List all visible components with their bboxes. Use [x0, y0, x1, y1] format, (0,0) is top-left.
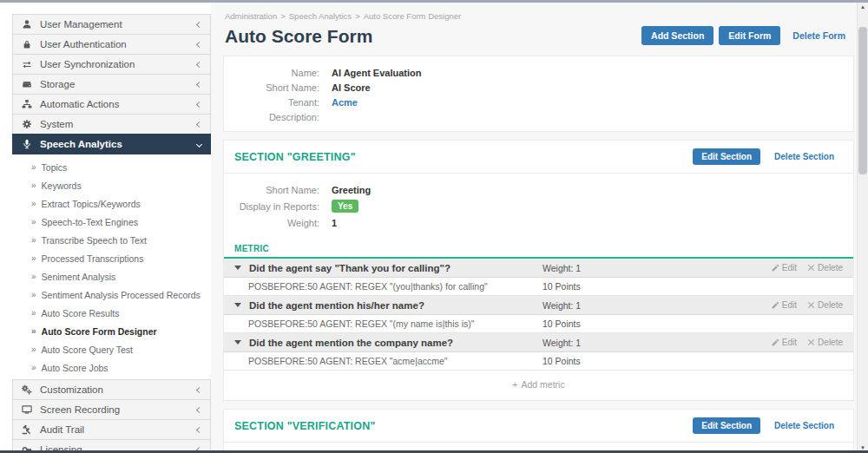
subitem-label: Seniment Analysis [42, 272, 116, 282]
sidebar-subitem-sentiment-analysis-processed-records[interactable]: »Sentiment Analysis Processed Records [12, 286, 211, 304]
metric-rule: POSBEFORE:50 AGENT: REGEX "(you|thanks) … [248, 281, 542, 292]
sidebar-item-user-management[interactable]: User Management [12, 14, 211, 35]
sidebar-subitem-transcribe-speech-to-text[interactable]: »Transcribe Speech to Text [12, 231, 211, 249]
double-angle-icon: » [31, 308, 36, 318]
sidebar-item-automatic-actions[interactable]: Automatic Actions [12, 94, 211, 115]
subitem-label: Auto Score Jobs [42, 363, 108, 373]
sidebar-subitem-extract-topics-keywords[interactable]: »Extract Topics/Keywords [12, 194, 211, 213]
gears-icon [22, 384, 34, 395]
edit-metric-button[interactable]: Edit [772, 263, 797, 272]
weight-label: Weight: [224, 218, 319, 228]
metric-row-header[interactable]: Did the agent mention the company name? … [224, 333, 853, 352]
sidebar-subitem-auto-score-jobs[interactable]: »Auto Score Jobs [12, 358, 211, 377]
x-icon [807, 301, 815, 309]
breadcrumb-separator: > [280, 11, 286, 21]
display-in-reports-label: Display in Reports: [224, 201, 319, 212]
subitem-label: Speech-to-Text Engines [42, 217, 138, 227]
delete-metric-button[interactable]: Delete [807, 263, 843, 272]
delete-metric-button[interactable]: Delete [807, 300, 843, 310]
gear-icon [22, 119, 34, 129]
sidebar-subitem-speech-to-text-engines[interactable]: »Speech-to-Text Engines [12, 213, 211, 231]
status-badge: Yes [332, 200, 358, 213]
delete-form-button[interactable]: Delete Form [786, 26, 852, 45]
sidebar-subitem-auto-score-results[interactable]: »Auto Score Results [12, 304, 211, 322]
sidebar-subitem-seniment-analysis[interactable]: »Seniment Analysis [12, 267, 211, 286]
sync-arrows-icon [22, 59, 34, 69]
double-angle-icon: » [31, 235, 36, 245]
sidebar-item-label: Screen Recording [40, 404, 197, 415]
subitem-label: Keywords [42, 181, 82, 191]
sidebar-item-screen-recording[interactable]: Screen Recording [12, 399, 211, 420]
subitem-label: Extract Topics/Keywords [42, 199, 141, 209]
chevron-left-icon [196, 61, 202, 67]
caret-down-icon [234, 303, 241, 307]
scrollbar-thumb[interactable] [858, 27, 867, 174]
sidebar-item-label: System [40, 119, 197, 129]
add-metric-button[interactable]: +Add metric [224, 371, 853, 400]
sidebar-item-storage[interactable]: Storage [12, 74, 211, 95]
caret-down-icon [234, 340, 241, 345]
sidebar-subitem-auto-score-form-designer[interactable]: »Auto Score Form Designer [12, 322, 211, 340]
edit-metric-button[interactable]: Edit [772, 338, 797, 347]
sidebar-subitem-auto-score-query-test[interactable]: »Auto Score Query Test [12, 340, 211, 358]
tenant-link[interactable]: Acme [332, 97, 358, 108]
section-title: SECTION "VERIFICATION" [234, 420, 687, 432]
metric-column-header: METRIC [224, 237, 853, 257]
metric-question: Did the agent say "Thank you for calling… [249, 263, 542, 273]
edit-form-button[interactable]: Edit Form [719, 26, 780, 45]
sidebar-item-user-synchronization[interactable]: User Synchronization [12, 54, 211, 75]
breadcrumb-item[interactable]: Speech Analytics [289, 11, 352, 21]
sidebar-subitem-processed-transcriptions[interactable]: »Processed Transcriptions [12, 249, 211, 267]
metric-weight: Weight: 1 [542, 338, 751, 348]
double-angle-icon: » [31, 217, 36, 226]
weight-value: 1 [332, 218, 337, 228]
metric-points: 10 Points [542, 356, 751, 366]
microphone-icon [22, 139, 34, 149]
sidebar-item-system[interactable]: System [12, 114, 211, 135]
add-section-button[interactable]: Add Section [641, 26, 713, 45]
breadcrumb-item[interactable]: Administration [225, 11, 277, 21]
subitem-label: Auto Score Query Test [42, 345, 133, 355]
short-name-label: Short Name: [224, 82, 319, 93]
edit-section-button[interactable]: Edit Section [693, 148, 760, 165]
sidebar-item-user-authentication[interactable]: User Authentication [12, 34, 211, 55]
scroll-up-arrow-icon[interactable]: ▲ [858, 3, 868, 12]
sidebar-item-audit-trail[interactable]: Audit Trail [12, 419, 211, 440]
main-content: Administration>Speech Analytics>Auto Sco… [211, 3, 857, 453]
subitem-label: Processed Transcriptions [42, 253, 144, 264]
delete-metric-button[interactable]: Delete [807, 338, 843, 347]
sidebar-subitem-topics[interactable]: »Topics [12, 158, 211, 176]
sidebar-item-label: Audit Trail [40, 424, 197, 435]
metric-points: 10 Points [542, 281, 751, 292]
chevron-left-icon [196, 386, 202, 392]
metric-question: Did the agent mention his/her name? [249, 300, 542, 311]
double-angle-icon: » [31, 199, 36, 208]
delete-section-button[interactable]: Delete Section [766, 417, 843, 434]
sidebar-subitem-keywords[interactable]: »Keywords [12, 176, 211, 194]
sidebar-item-label: User Synchronization [40, 59, 197, 69]
sidebar-item-speech-analytics[interactable]: Speech Analytics [12, 134, 211, 154]
breadcrumb-item[interactable]: Auto Score Form Designer [364, 11, 461, 21]
delete-section-button[interactable]: Delete Section [766, 148, 843, 165]
vertical-scrollbar[interactable]: ▲ ▼ [857, 3, 868, 453]
short-name-label: Short Name: [224, 185, 319, 195]
double-angle-icon: » [31, 345, 36, 354]
sidebar-item-label: Speech Analytics [40, 139, 197, 149]
metric-weight: Weight: 1 [542, 263, 751, 273]
name-value: AI Agent Evaluation [332, 68, 422, 78]
pencil-icon [772, 264, 779, 272]
metric-rule-row: POSBEFORE:50 AGENT: REGEX "(my name is|t… [224, 315, 853, 333]
description-label: Description: [224, 112, 319, 122]
edit-metric-button[interactable]: Edit [772, 300, 797, 310]
section-verification-panel: SECTION "VERIFICATION" Edit Section Dele… [223, 409, 854, 453]
subitem-label: Transcribe Speech to Text [42, 235, 147, 246]
metric-row-header[interactable]: Did the agent say "Thank you for calling… [224, 259, 853, 278]
chevron-left-icon [196, 406, 202, 412]
sidebar-item-customization[interactable]: Customization [12, 379, 211, 400]
subitem-label: Auto Score Results [42, 308, 120, 318]
metric-row-header[interactable]: Did the agent mention his/her name? Weig… [224, 296, 853, 315]
chevron-left-icon [196, 101, 202, 107]
sidebar-item-label: User Authentication [40, 39, 197, 49]
monitor-icon [22, 404, 34, 415]
edit-section-button[interactable]: Edit Section [693, 417, 760, 434]
